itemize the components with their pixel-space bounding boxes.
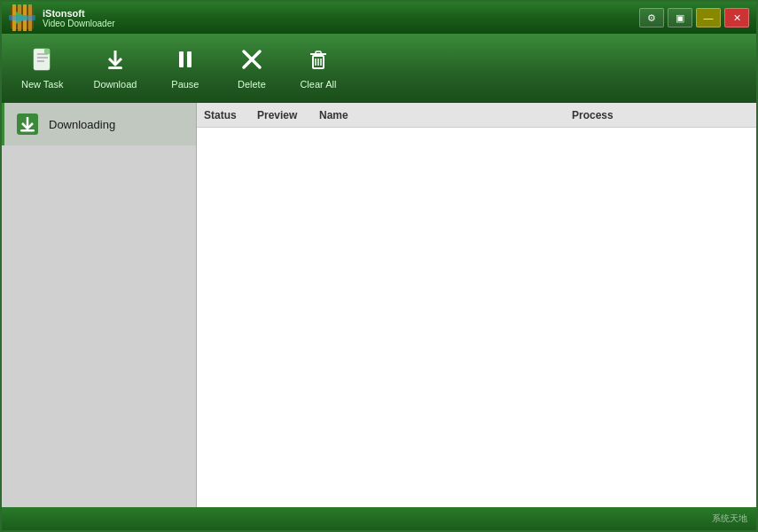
new-task-icon: [30, 47, 55, 75]
svg-rect-14: [108, 66, 122, 69]
pause-label: Pause: [171, 79, 199, 90]
clear-all-button[interactable]: Clear All: [289, 38, 347, 98]
settings-button[interactable]: ⚙: [639, 8, 664, 27]
svg-rect-26: [20, 129, 35, 132]
minimize-button[interactable]: —: [696, 8, 721, 27]
app-logo: [9, 4, 35, 31]
delete-icon: [239, 47, 264, 75]
sidebar-item-downloading[interactable]: Downloading: [2, 103, 196, 145]
new-task-button[interactable]: New Task: [11, 38, 74, 98]
toolbar: New Task Download Pause: [2, 34, 756, 103]
sidebar-empty-space: [2, 145, 196, 507]
app-title-group: iStonsoft Video Downloader: [43, 8, 639, 28]
delete-label: Delete: [238, 79, 266, 90]
content-area: Status Preview Name Process: [197, 103, 756, 507]
close-button[interactable]: ✕: [724, 8, 749, 27]
app-name: iStonsoft: [43, 8, 639, 19]
window-controls: ⚙ ▣ — ✕: [639, 8, 749, 27]
title-bar: iStonsoft Video Downloader ⚙ ▣ — ✕: [2, 2, 756, 34]
svg-rect-16: [187, 51, 191, 67]
pause-icon: [173, 47, 198, 75]
downloading-label: Downloading: [49, 118, 115, 131]
download-label: Download: [93, 79, 137, 90]
col-header-name: Name: [319, 109, 572, 121]
new-task-label: New Task: [21, 79, 63, 90]
watermark-text: 系统天地: [712, 512, 747, 525]
col-header-preview: Preview: [257, 109, 319, 121]
main-area: Downloading Status Preview Name Process: [2, 103, 756, 507]
svg-rect-15: [179, 51, 184, 67]
pause-button[interactable]: Pause: [156, 38, 214, 98]
svg-rect-6: [9, 15, 35, 20]
download-icon: [103, 47, 128, 75]
svg-rect-21: [316, 51, 321, 54]
delete-button[interactable]: Delete: [223, 38, 280, 98]
app-subtitle: Video Downloader: [43, 19, 639, 28]
download-button[interactable]: Download: [82, 38, 147, 98]
bottom-bar: 系统天地: [2, 507, 756, 530]
table-header: Status Preview Name Process: [197, 103, 756, 128]
col-header-process: Process: [572, 109, 749, 121]
downloading-icon: [15, 112, 40, 137]
clear-all-icon: [306, 47, 331, 75]
app-window: iStonsoft Video Downloader ⚙ ▣ — ✕: [0, 0, 758, 532]
col-header-status: Status: [204, 109, 257, 121]
clear-all-label: Clear All: [300, 79, 336, 90]
svg-rect-12: [44, 49, 50, 54]
table-body: [197, 128, 756, 507]
sidebar: Downloading: [2, 103, 197, 507]
monitor-button[interactable]: ▣: [668, 8, 692, 27]
